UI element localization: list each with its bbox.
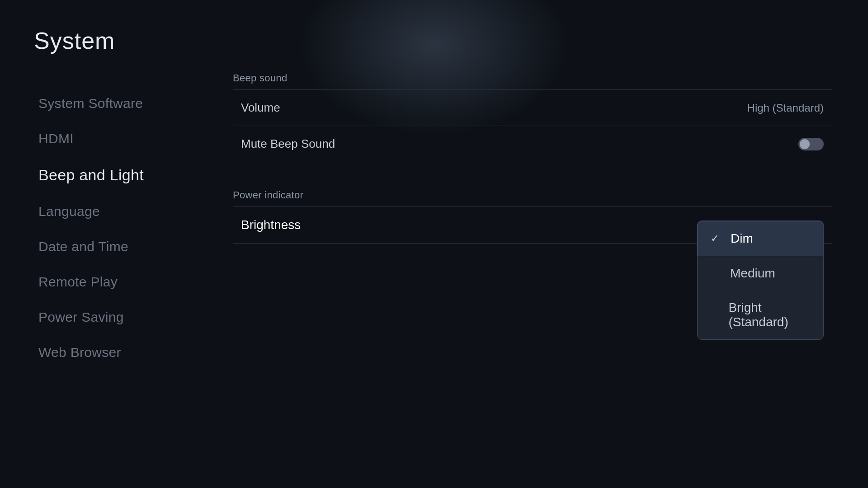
beep-sound-section: Beep sound Volume High (Standard) Mute B… <box>233 72 832 162</box>
dropdown-item-dim[interactable]: ✓ Dim <box>698 221 823 256</box>
dropdown-medium-label: Medium <box>730 266 775 281</box>
dropdown-dim-label: Dim <box>731 231 753 246</box>
mute-beep-toggle[interactable] <box>798 138 824 150</box>
volume-label: Volume <box>241 101 280 115</box>
sidebar-item-web-browser[interactable]: Web Browser <box>34 335 206 370</box>
check-icon: ✓ <box>711 233 722 244</box>
sidebar-item-power-saving[interactable]: Power Saving <box>34 300 206 335</box>
power-indicator-list: Brightness ✓ Dim Medium <box>233 206 832 244</box>
mute-beep-label: Mute Beep Sound <box>241 137 335 151</box>
brightness-dropdown-menu[interactable]: ✓ Dim Medium Bright (Standar <box>697 221 824 340</box>
sidebar-item-remote-play[interactable]: Remote Play <box>34 264 206 300</box>
sidebar: System Software HDMI Beep and Light Lang… <box>34 86 206 461</box>
power-indicator-label: Power indicator <box>233 189 832 201</box>
page-title: System <box>34 27 115 54</box>
sidebar-item-beep-and-light[interactable]: Beep and Light <box>34 156 206 194</box>
brightness-row[interactable]: Brightness ✓ Dim Medium <box>233 207 832 244</box>
volume-row[interactable]: Volume High (Standard) <box>233 90 832 126</box>
sidebar-item-date-and-time[interactable]: Date and Time <box>34 229 206 264</box>
mute-beep-row[interactable]: Mute Beep Sound <box>233 126 832 162</box>
dropdown-bright-label: Bright (Standard) <box>728 300 811 329</box>
power-indicator-section: Power indicator Brightness ✓ Dim <box>233 189 832 244</box>
beep-sound-list: Volume High (Standard) Mute Beep Sound <box>233 89 832 162</box>
volume-value: High (Standard) <box>747 102 824 114</box>
beep-sound-label: Beep sound <box>233 72 832 84</box>
dropdown-item-bright-standard[interactable]: Bright (Standard) <box>698 291 823 339</box>
sidebar-item-language[interactable]: Language <box>34 194 206 229</box>
brightness-label: Brightness <box>241 218 301 232</box>
sidebar-item-hdmi[interactable]: HDMI <box>34 121 206 156</box>
main-content: Beep sound Volume High (Standard) Mute B… <box>233 72 868 461</box>
sidebar-item-system-software[interactable]: System Software <box>34 86 206 121</box>
dropdown-item-medium[interactable]: Medium <box>698 256 823 291</box>
toggle-knob <box>800 139 810 149</box>
